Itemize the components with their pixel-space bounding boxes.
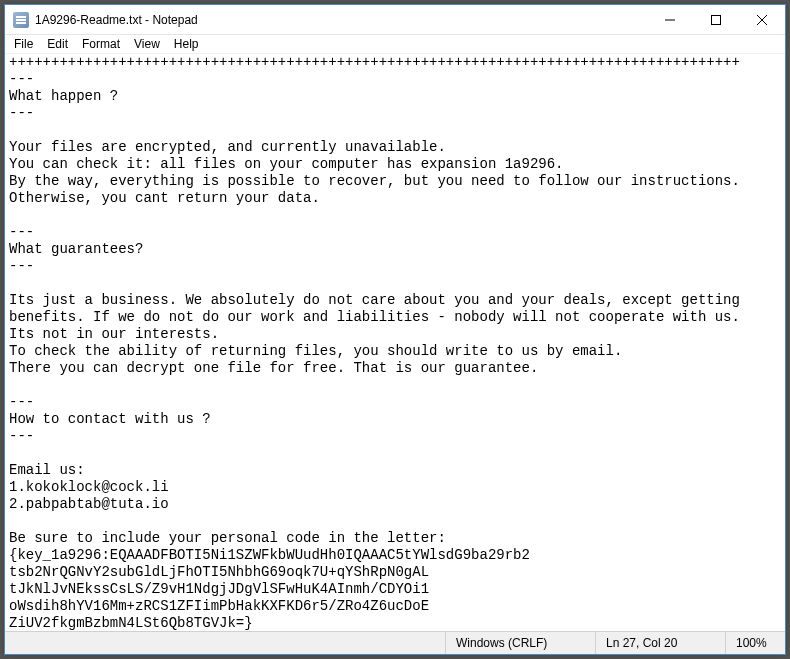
menu-help[interactable]: Help [167, 36, 206, 52]
menu-file[interactable]: File [7, 36, 40, 52]
text-editor[interactable]: ++++++++++++++++++++++++++++++++++++++++… [5, 54, 785, 631]
status-spacer [5, 632, 445, 654]
menu-edit[interactable]: Edit [40, 36, 75, 52]
close-button[interactable] [739, 5, 785, 34]
maximize-button[interactable] [693, 5, 739, 34]
window-controls [647, 5, 785, 34]
notepad-window: 1A9296-Readme.txt - Notepad File Edit Fo… [4, 4, 786, 655]
menubar: File Edit Format View Help [5, 35, 785, 54]
minimize-button[interactable] [647, 5, 693, 34]
svg-rect-0 [712, 15, 721, 24]
status-position: Ln 27, Col 20 [595, 632, 725, 654]
maximize-icon [711, 15, 721, 25]
minimize-icon [665, 15, 675, 25]
content-area[interactable]: ++++++++++++++++++++++++++++++++++++++++… [5, 54, 785, 631]
titlebar[interactable]: 1A9296-Readme.txt - Notepad [5, 5, 785, 35]
menu-view[interactable]: View [127, 36, 167, 52]
status-zoom: 100% [725, 632, 785, 654]
status-encoding: Windows (CRLF) [445, 632, 595, 654]
notepad-icon [13, 12, 29, 28]
close-icon [757, 15, 767, 25]
menu-format[interactable]: Format [75, 36, 127, 52]
window-title: 1A9296-Readme.txt - Notepad [35, 13, 647, 27]
statusbar: Windows (CRLF) Ln 27, Col 20 100% [5, 631, 785, 654]
